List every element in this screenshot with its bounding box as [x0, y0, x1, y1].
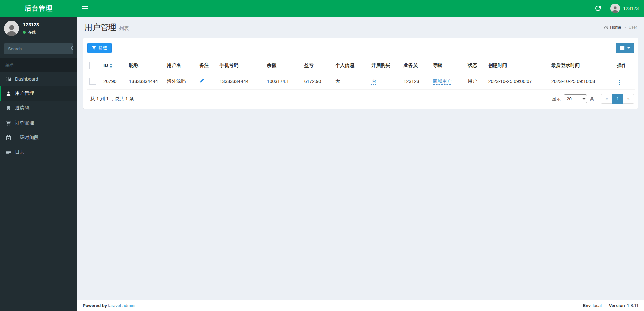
search-button[interactable] [71, 43, 73, 54]
pager: « 1 » [601, 94, 634, 104]
header-phone: 手机号码 [217, 58, 264, 73]
header-nickname: 昵称 [126, 58, 164, 73]
cell-phone: 13333334444 [217, 73, 264, 90]
cell-profit: 6172.90 [302, 73, 333, 90]
grid-toolbar: 筛选 [83, 38, 638, 58]
header-created-at: 创建时间 [486, 58, 549, 73]
sidebar-item-time-periods[interactable]: 二级时间段 [0, 130, 77, 145]
header-remark: 备注 [197, 58, 217, 73]
navbar-username: 123123 [623, 6, 639, 11]
sort-icon[interactable] [110, 64, 112, 68]
user-icon [5, 91, 11, 96]
pagination-controls: 显示 20 条 « 1 » [552, 94, 634, 104]
navbar-right: 123123 [591, 0, 644, 17]
cell-status: 用户 [465, 73, 485, 90]
header-id[interactable]: ID [101, 58, 126, 73]
next-page-button[interactable]: » [623, 94, 634, 104]
footer-powered-by: Powered by laravel-admin [83, 303, 135, 308]
filter-button[interactable]: 筛选 [87, 43, 112, 53]
refresh-button[interactable] [591, 0, 605, 17]
sidebar-item-label: 邀请码 [15, 105, 29, 111]
users-table: ID 昵称 用户名 备注 手机号码 余额 盈亏 个人信息 开启购买 业务员 等级… [87, 58, 635, 90]
sidebar: 123123 在线 菜单 Dashboard 用户管理 邀请码 [0, 0, 77, 311]
sidebar-item-logs[interactable]: 日志 [0, 145, 77, 160]
per-page-label: 显示 [552, 96, 561, 102]
avatar [4, 21, 19, 36]
sidebar-item-label: 订单管理 [15, 120, 34, 126]
cell-created-at: 2023-10-25 09:00:07 [486, 73, 549, 90]
log-list-icon [5, 150, 11, 155]
laravel-admin-link[interactable]: laravel-admin [108, 303, 135, 308]
header-status: 状态 [465, 58, 485, 73]
sidebar-user-panel: 123123 在线 [0, 17, 77, 41]
edit-remark-button[interactable] [199, 79, 204, 84]
footer-env-version: Env local Version 1.8.11 [583, 303, 639, 308]
row-checkbox[interactable] [89, 78, 96, 85]
bar-chart-icon [5, 77, 11, 82]
prev-page-button[interactable]: « [601, 94, 612, 104]
chevron-down-icon [627, 47, 630, 49]
select-all-checkbox[interactable] [89, 62, 96, 69]
header-balance: 余额 [264, 58, 302, 73]
cell-last-login: 2023-10-25 09:10:03 [549, 73, 614, 90]
content: 筛选 [77, 33, 644, 114]
table-row: 26790 13333334444 海外源码 13333334444 10031… [87, 73, 635, 90]
pencil-icon [199, 78, 204, 83]
content-wrapper: 用户管理列表 Home > User 筛选 [77, 0, 644, 114]
calendar-icon [5, 135, 11, 140]
table-grid-icon [620, 46, 625, 50]
level-editable-link[interactable]: 商城用户 [433, 78, 451, 85]
header-username: 用户名 [164, 58, 197, 73]
sidebar-toggle-button[interactable] [77, 0, 92, 17]
header-last-login: 最后登录时间 [549, 58, 614, 73]
purchase-enabled-toggle[interactable]: 否 [371, 78, 376, 85]
grid-footer: 从 1 到 1 ，总共 1 条 显示 20 条 « 1 » [83, 90, 638, 109]
user-menu[interactable]: 123123 [605, 0, 644, 17]
page-1-button[interactable]: 1 [612, 94, 623, 104]
row-actions-button[interactable] [617, 79, 622, 86]
header-actions: 操作 [614, 58, 635, 73]
per-page-unit: 条 [590, 96, 594, 102]
building-icon [5, 106, 11, 111]
search-input[interactable] [4, 43, 71, 54]
sidebar-search [4, 43, 73, 54]
sidebar-item-label: 二级时间段 [15, 135, 39, 141]
header-purchase-enabled: 开启购买 [369, 58, 401, 73]
sidebar-item-invite-codes[interactable]: 邀请码 [0, 101, 77, 116]
sidebar-item-label: 用户管理 [15, 90, 34, 96]
header-personal-info: 个人信息 [333, 58, 369, 73]
refresh-icon [595, 6, 601, 11]
sidebar-username: 123123 [23, 22, 39, 27]
status-label: 在线 [28, 30, 36, 35]
cell-id: 26790 [101, 73, 126, 90]
header-profit: 盈亏 [302, 58, 333, 73]
breadcrumb-home-link[interactable]: Home [604, 25, 621, 30]
sidebar-item-label: Dashboard [15, 76, 38, 82]
search-icon [71, 46, 73, 51]
top-navbar: 123123 [77, 0, 644, 17]
column-selector-button[interactable] [616, 43, 634, 53]
breadcrumb-current: User [629, 25, 637, 30]
sidebar-item-dashboard[interactable]: Dashboard [0, 72, 77, 86]
brand-logo[interactable]: 后台管理 [0, 0, 77, 17]
online-dot-icon [23, 31, 26, 34]
brand-title: 后台管理 [24, 4, 53, 13]
menu-header: 菜单 [0, 58, 77, 72]
breadcrumb: Home > User [604, 25, 637, 30]
cell-nickname: 13333334444 [126, 73, 164, 90]
cell-personal-info: 无 [333, 73, 369, 90]
content-header: 用户管理列表 Home > User [77, 17, 644, 33]
funnel-icon [92, 46, 96, 50]
grid-box: 筛选 [83, 38, 638, 109]
header-level: 等级 [430, 58, 465, 73]
page-footer: Powered by laravel-admin Env local Versi… [77, 300, 644, 311]
sidebar-item-users[interactable]: 用户管理 [0, 86, 77, 101]
cart-icon [5, 121, 11, 126]
per-page-select[interactable]: 20 [564, 94, 587, 103]
hamburger-icon [82, 6, 88, 7]
page-subtitle: 列表 [119, 25, 129, 31]
cell-salesman: 123123 [401, 73, 430, 90]
sidebar-item-orders[interactable]: 订单管理 [0, 116, 77, 130]
cell-username: 海外源码 [164, 73, 197, 90]
user-status: 在线 [23, 30, 39, 35]
